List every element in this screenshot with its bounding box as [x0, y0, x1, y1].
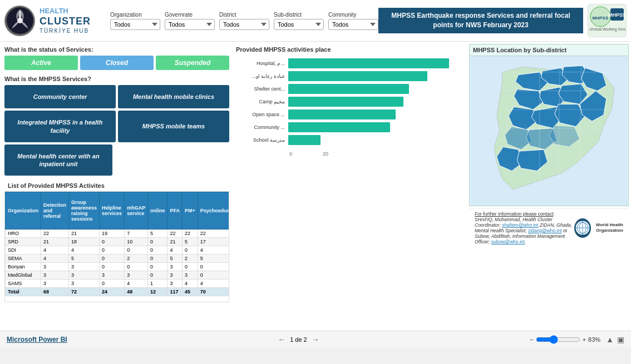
table-cell: 117 [167, 288, 183, 296]
logo-text: HEALTH CLUSTER TÜRKİYE HUB [40, 7, 91, 34]
bar-row: Open space ... [238, 109, 462, 119]
org-dropdown-group: Organization Todos [110, 12, 160, 30]
service-mental-health-center[interactable]: Mental health center with an inpatient u… [4, 144, 112, 176]
table-cell: 3 [125, 271, 148, 280]
table-cell: 3 [100, 271, 125, 280]
bar-fill [288, 122, 390, 132]
community-dropdown-group: Community Todos [328, 12, 378, 30]
table-cell: Bonyan [6, 263, 41, 271]
bar-label: Open space ... [238, 112, 288, 117]
bar-fill [288, 97, 403, 107]
closed-button[interactable]: Closed [80, 56, 154, 70]
zoom-slider[interactable] [536, 335, 580, 344]
col-group: Group awareness raising sessions [69, 192, 100, 230]
powerbi-link[interactable]: Microsoft Power BI [7, 336, 67, 343]
service-mhpss-mobile-teams[interactable]: MHPSS mobile teams [118, 111, 229, 142]
table-row: Bonyan330003000030000 [6, 263, 230, 271]
email-shafiq[interactable]: shafiqm@who.int [502, 222, 538, 228]
bar-container [288, 58, 462, 68]
table-cell: 4 [69, 246, 100, 255]
gov-dropdown[interactable]: Todos [165, 19, 215, 30]
col-mhgap: mhGAP service [125, 192, 148, 230]
table-cell: 68 [41, 288, 69, 296]
bar-fill [288, 84, 409, 94]
email-subow[interactable]: subow@who.int [491, 239, 525, 245]
gov-dropdown-group: Governrate Todos [165, 12, 215, 30]
who-label: World Health Organization [593, 222, 623, 234]
table-cell: 0 [125, 263, 148, 271]
bar-label: Community ... [238, 124, 288, 130]
suspended-button[interactable]: Suspended [156, 56, 229, 70]
table-row: SAMS330413442033010 [6, 280, 230, 288]
table-cell: 4 [125, 280, 148, 288]
table-cell: 3 [41, 263, 69, 271]
table-cell: 21 [167, 238, 183, 246]
prev-page-button[interactable]: ← [278, 335, 285, 344]
table-cell: 0 [147, 263, 167, 271]
zoom-plus-icon[interactable]: + [583, 336, 586, 343]
table-cell: 0 [198, 271, 229, 280]
table-row: SDI440004040002000 [6, 246, 230, 255]
table-cell: 72 [69, 288, 100, 296]
table-cell: Total [6, 288, 41, 296]
table-cell: 4 [167, 246, 183, 255]
table-cell: 0 [147, 255, 167, 263]
table-cell: 5 [147, 230, 167, 238]
mhpss-logo: MHPSS MHPSS Technical Working Group [588, 4, 627, 37]
chart-area: Hospital, م... ...عيادة رعاية او Shelter… [236, 56, 465, 150]
table-cell: 22 [167, 230, 183, 238]
district-dropdown[interactable]: Todos [219, 19, 269, 30]
table-cell: 21 [41, 238, 69, 246]
bar-fill [288, 109, 396, 119]
table-cell: 24 [100, 288, 125, 296]
table-cell: 1 [147, 280, 167, 288]
table-cell: SAMS [6, 280, 41, 288]
mhpss-logo-image: MHPSS MHPSS Technical Working Group [588, 4, 627, 37]
bar-label: Hospital, م... [238, 61, 288, 66]
table-title: List of Provided MHPSS Activites [4, 180, 229, 191]
col-psycho: Psychoeducation [198, 192, 229, 230]
svg-point-1 [17, 18, 23, 23]
contact-text: For further information please contact: … [475, 211, 574, 245]
x-label-20: 20 [323, 151, 328, 157]
services-question: What is the MHPSS Services? [4, 76, 229, 82]
svg-text:Technical Working Group: Technical Working Group [589, 27, 625, 32]
table-cell: 4 [198, 280, 229, 288]
logo-hub: TÜRKİYE HUB [40, 28, 91, 34]
bar-container [288, 135, 462, 145]
zoom-minus-icon[interactable]: − [530, 336, 533, 343]
who-logo: World Health Organization [574, 218, 623, 238]
map-svg [470, 56, 628, 206]
service-community-center[interactable]: Community center [4, 85, 116, 108]
fullscreen-icon[interactable]: ▣ [617, 335, 624, 344]
table-cell: 19 [100, 230, 125, 238]
status-buttons: Active Closed Suspended [4, 56, 229, 70]
org-dropdown[interactable]: Todos [110, 19, 160, 30]
service-integrated-mhpss[interactable]: Integrated MHPSS in a health facility [4, 111, 116, 142]
district-label: District [219, 12, 269, 18]
next-page-button[interactable]: → [312, 335, 319, 344]
subdistrict-dropdown[interactable]: Todos [274, 19, 324, 30]
col-org: Organization [6, 192, 41, 230]
bar-container [288, 122, 462, 132]
table-cell: 2 [182, 255, 198, 263]
org-label: Organization [110, 12, 160, 18]
bar-container [288, 71, 462, 81]
table-cell: 5 [198, 255, 229, 263]
bar-container [288, 84, 462, 94]
email-zidan[interactable]: zidang@who.int [528, 228, 562, 233]
table-row: HRO2221197522222200010090 [6, 230, 230, 238]
share-icon[interactable]: ▲ [606, 335, 614, 344]
table-cell: 0 [100, 255, 125, 263]
active-button[interactable]: Active [4, 56, 78, 70]
svg-text:MHPSS: MHPSS [592, 16, 608, 21]
table-cell: 4 [41, 255, 69, 263]
table-cell: 0 [182, 246, 198, 255]
bar-fill [288, 135, 321, 145]
who-circle-icon [574, 218, 591, 238]
table-cell: 0 [100, 238, 125, 246]
community-dropdown[interactable]: Todos [328, 19, 378, 30]
contact-label: For further information please contact [475, 211, 553, 217]
bar-container [288, 109, 462, 119]
service-mental-health-mobile[interactable]: Mental health mobile clinics [118, 85, 229, 108]
